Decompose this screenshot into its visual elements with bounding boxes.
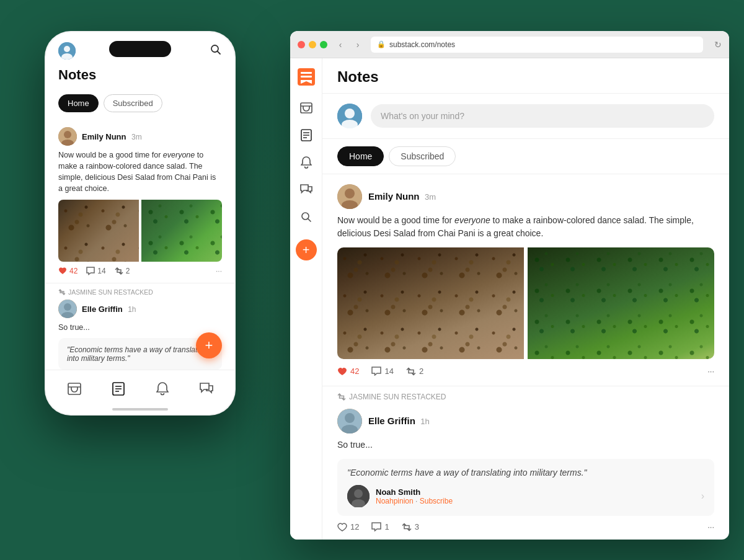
desktop-post-1-images (337, 247, 714, 359)
desktop-like-count-1: 42 (350, 367, 359, 376)
browser-nav-controls: ‹ › (334, 38, 365, 51)
svg-line-25 (308, 219, 311, 222)
browser-body: + Notes What's on your mind? (290, 58, 729, 540)
emily-nunn-name-desktop: Emily Nunn (368, 191, 420, 202)
desktop-restack-count-2: 3 (415, 522, 419, 531)
browser-url-text: substack.com/notes (389, 40, 455, 49)
desktop-like-count-2: 12 (350, 522, 359, 531)
elle-griffin-avatar-mobile[interactable] (58, 300, 77, 318)
svg-point-1 (64, 46, 70, 52)
nav-inbox-mobile[interactable] (66, 380, 83, 398)
desktop-restack-btn-1[interactable]: 2 (406, 367, 423, 376)
sidebar-inbox-icon[interactable] (299, 100, 314, 115)
close-button-browser[interactable] (298, 41, 305, 48)
desktop-more-btn-1[interactable]: ··· (707, 367, 714, 376)
sidebar-notes-icon[interactable] (299, 128, 314, 143)
elle-griffin-header-mobile: Elle Griffin 1h (58, 300, 222, 318)
restack-count-mobile: 2 (126, 267, 130, 275)
browser-back-button[interactable]: ‹ (334, 38, 347, 51)
mobile-post-1-header: Emily Nunn 3m (58, 127, 222, 146)
substack-logo[interactable] (298, 68, 315, 88)
fab-desktop[interactable]: + (296, 239, 317, 260)
mobile-page-title: Notes (58, 67, 222, 83)
phone-notch (109, 41, 171, 57)
desktop-post-2-actions: 12 1 3 ··· (337, 522, 714, 531)
elle-griffin-name-desktop: Elle Griffin (368, 416, 415, 426)
sidebar-chat-icon[interactable] (299, 182, 314, 197)
browser-sidebar: + (290, 58, 322, 540)
svg-point-33 (345, 413, 355, 423)
mobile-tabs: Home Subscribed (46, 89, 234, 120)
like-count-mobile: 42 (69, 267, 78, 275)
more-button-mobile[interactable]: ··· (216, 267, 222, 275)
emily-nunn-avatar-desktop[interactable] (337, 184, 362, 209)
mobile-tab-home[interactable]: Home (58, 94, 99, 112)
desktop-post-1-header: Emily Nunn 3m (337, 184, 714, 209)
desktop-comment-btn-1[interactable]: 14 (371, 367, 393, 376)
browser-url-bar[interactable]: 🔒 substack.com/notes (371, 37, 703, 53)
quote-text-desktop: "Economic terms have a way of translatin… (347, 468, 704, 478)
browser-refresh-button[interactable]: ↻ (714, 40, 722, 50)
desktop-food-image-1 (337, 247, 524, 359)
svg-rect-18 (301, 76, 312, 78)
desktop-like-btn-2[interactable]: 12 (337, 522, 359, 531)
mobile-post-1-actions: 42 14 2 ··· (58, 267, 222, 275)
search-icon-mobile[interactable] (210, 43, 222, 58)
desktop-comment-btn-2[interactable]: 1 (371, 522, 389, 531)
nav-bell-mobile[interactable] (154, 380, 171, 398)
browser-main-content: Notes What's on your mind? Home Subscrib… (322, 58, 729, 540)
maximize-button-browser[interactable] (320, 41, 327, 48)
desktop-page-title: Notes (337, 68, 714, 86)
desktop-food-image-2 (528, 247, 714, 359)
user-avatar-mobile[interactable] (58, 42, 76, 60)
desktop-post-1: Emily Nunn 3m Now would be a good time f… (322, 174, 729, 386)
desktop-more-btn-2[interactable]: ··· (707, 522, 714, 531)
desktop-comment-count-1: 14 (384, 367, 393, 376)
svg-point-9 (64, 303, 71, 311)
svg-point-36 (354, 489, 363, 498)
browser-forward-button[interactable]: › (351, 38, 365, 51)
like-button-mobile[interactable]: 42 (58, 267, 78, 275)
mobile-phone: Notes Home Subscribed (45, 31, 236, 416)
desktop-post-1-actions: 42 14 2 ··· (337, 367, 714, 376)
mobile-header: Notes (46, 64, 234, 89)
mobile-tab-subscribed[interactable]: Subscribed (104, 94, 162, 112)
mobile-post-1-text: Now would be a good time for everyone to… (58, 149, 222, 195)
sidebar-bell-icon[interactable] (299, 155, 314, 170)
svg-point-6 (64, 131, 71, 138)
desktop-like-btn-1[interactable]: 42 (337, 367, 359, 376)
desktop-tab-home[interactable]: Home (337, 146, 384, 166)
home-indicator (112, 408, 168, 411)
svg-point-30 (345, 189, 355, 198)
fab-mobile[interactable]: + (196, 332, 222, 358)
desktop-post-2: Elle Griffin 1h So true... "Economic ter… (322, 401, 729, 540)
desktop-restack-btn-2[interactable]: 3 (402, 522, 419, 531)
nav-chat-mobile[interactable] (198, 380, 215, 398)
restack-button-mobile[interactable]: 2 (115, 267, 130, 275)
compose-input-desktop[interactable]: What's on your mind? (371, 104, 714, 128)
desktop-main-header: Notes (322, 58, 729, 94)
desktop-tab-subscribed[interactable]: Subscribed (389, 146, 456, 166)
elle-griffin-avatar-desktop[interactable] (337, 409, 362, 433)
food-image-2-mobile (141, 200, 222, 262)
noah-smith-publication: Noahpinion · Subscribe (376, 497, 453, 505)
comment-count-mobile: 14 (97, 267, 105, 275)
browser-window-controls (298, 41, 327, 48)
desktop-post-1-text: Now would be a good time for everyone to… (337, 214, 714, 240)
emily-nunn-name-mobile: Emily Nunn (82, 132, 126, 141)
elle-griffin-time-desktop: 1h (420, 417, 429, 426)
elle-griffin-time-mobile: 1h (128, 305, 136, 314)
quote-source-desktop: Noah Smith Noahpinion · Subscribe › (347, 485, 704, 507)
emily-nunn-time-desktop: 3m (425, 192, 436, 202)
food-image-1-mobile (58, 200, 139, 262)
emily-nunn-avatar-mobile[interactable] (58, 127, 77, 146)
noah-smith-avatar[interactable] (347, 485, 370, 507)
elle-griffin-name-mobile: Elle Griffin (82, 304, 123, 314)
nav-notes-mobile[interactable] (110, 380, 127, 398)
desktop-tabs: Home Subscribed (322, 139, 729, 174)
subscribe-link-noah[interactable]: Subscribe (420, 497, 453, 505)
comment-button-mobile[interactable]: 14 (86, 267, 105, 275)
sidebar-search-icon[interactable] (299, 210, 314, 224)
minimize-button-browser[interactable] (309, 41, 316, 48)
mobile-post-1-images (58, 200, 222, 262)
